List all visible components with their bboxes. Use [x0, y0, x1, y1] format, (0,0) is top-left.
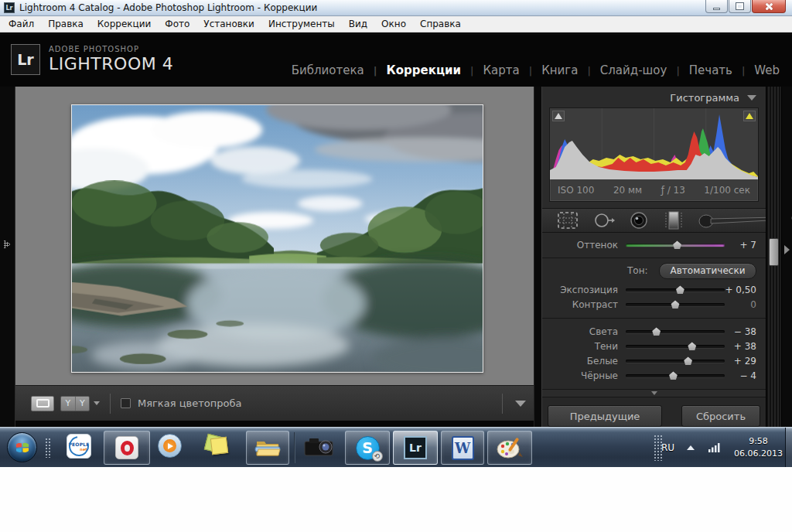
contrast-slider-thumb[interactable] [671, 300, 680, 309]
collapse-panel-icon[interactable] [747, 95, 756, 101]
menubar: Файл Правка Коррекции Фото Установки Инс… [0, 16, 792, 32]
taskbar-lightroom-button[interactable]: Lr [393, 431, 438, 465]
taskbar-paint-button[interactable] [487, 431, 532, 465]
highlights-clipping-button[interactable] [743, 111, 756, 121]
photo-canvas [15, 87, 534, 385]
language-indicator[interactable]: RU [661, 442, 674, 453]
menu-settings[interactable]: Установки [196, 19, 261, 29]
module-web[interactable]: Web [732, 63, 780, 77]
red-eye-tool-icon[interactable] [627, 210, 650, 231]
close-button[interactable] [752, 0, 786, 13]
auto-tone-button[interactable]: Автоматически [659, 263, 756, 279]
module-slideshow[interactable]: Слайд-шоу [578, 63, 667, 77]
before-after-dropdown-icon[interactable] [94, 401, 100, 405]
highlights-label: Света [542, 326, 618, 337]
restore-button[interactable] [729, 0, 751, 13]
taskbar-media-player-icon[interactable] [158, 434, 182, 458]
taskbar-sticky-notes-icon[interactable] [204, 434, 229, 457]
reset-button[interactable]: Сбросить [681, 405, 760, 427]
taskbar-opera-button[interactable] [104, 431, 150, 465]
highlights-slider[interactable] [626, 326, 725, 336]
shadows-slider-thumb[interactable] [688, 342, 697, 350]
tint-slider[interactable] [626, 240, 725, 250]
module-print[interactable]: Печать [667, 63, 732, 77]
right-panel-strip[interactable] [781, 87, 791, 427]
tint-value: + 7 [725, 240, 756, 251]
module-library[interactable]: Библиотека [292, 63, 364, 77]
show-hidden-icons-icon[interactable] [687, 445, 695, 450]
menu-photo[interactable]: Фото [158, 19, 196, 29]
module-map[interactable]: Карта [461, 63, 520, 77]
hide-right-panel-icon[interactable] [784, 245, 790, 254]
panel-divider [534, 87, 541, 427]
scrollbar-thumb[interactable] [769, 238, 779, 266]
expand-panel-icon[interactable] [651, 391, 657, 395]
menu-view[interactable]: Вид [342, 19, 374, 29]
window-titlebar[interactable]: Lr Lightroom 4 Catalog - Adobe Photoshop… [0, 0, 792, 16]
menu-develop[interactable]: Коррекции [90, 19, 159, 29]
whites-label: Белые [542, 356, 618, 367]
taskbar-skype-button[interactable]: S ⟲ [345, 431, 390, 465]
before-after-right[interactable]: Y [75, 397, 90, 411]
soft-proof-checkbox[interactable] [121, 398, 131, 408]
blacks-slider-thumb[interactable] [668, 371, 678, 380]
histogram-header[interactable]: Гистограмма [542, 90, 766, 107]
exposure-label: Экспозиция [542, 285, 618, 295]
menu-edit[interactable]: Правка [41, 19, 90, 29]
shadows-label: Тени [542, 341, 618, 352]
loupe-view-button[interactable] [31, 396, 54, 411]
crop-overlay-tool-icon[interactable] [555, 210, 581, 231]
blacks-label: Чёрные [542, 370, 618, 381]
whites-slider-thumb[interactable] [684, 356, 693, 365]
exposure-slider[interactable] [626, 285, 725, 295]
menu-file[interactable]: Файл [2, 19, 41, 29]
app-icon: Lr [4, 2, 15, 13]
taskbar-camera-icon[interactable] [303, 435, 336, 459]
start-button[interactable] [7, 432, 37, 462]
skype-badge-icon: ⟲ [372, 451, 383, 462]
previous-button[interactable]: Предыдущие [548, 405, 662, 427]
histogram-panel: Гистограмма [542, 87, 766, 209]
taskbar-word-button[interactable]: W [441, 431, 484, 465]
exposure-slider-thumb[interactable] [675, 285, 684, 294]
whites-slider[interactable] [626, 356, 725, 366]
show-desktop-button[interactable] [785, 428, 792, 467]
panel-scrollbar[interactable] [766, 87, 781, 427]
reveal-left-panel-icon[interactable] [4, 240, 11, 249]
highlights-slider-thumb[interactable] [652, 327, 661, 336]
shadows-clipping-button[interactable] [552, 111, 565, 121]
right-panel: Гистограмма [541, 87, 766, 427]
next-panel-header[interactable] [542, 390, 766, 397]
menu-tools[interactable]: Инструменты [261, 19, 342, 29]
before-after-left[interactable]: Y [61, 397, 75, 411]
spot-removal-tool-icon[interactable] [592, 210, 616, 231]
clock[interactable]: 9:58 06.06.2013 [734, 435, 783, 460]
contrast-value: 0 [725, 299, 756, 310]
shadows-slider[interactable] [626, 341, 725, 351]
menu-help[interactable]: Справка [413, 19, 468, 29]
whites-value: + 29 [725, 356, 756, 367]
tray-time: 9:58 [734, 435, 783, 448]
toolbar-options-dropdown-icon[interactable] [515, 401, 526, 407]
minimize-icon [713, 8, 720, 10]
menu-window[interactable]: Окно [374, 19, 413, 29]
exposure-slider-row: Экспозиция + 0,50 [542, 282, 766, 297]
taskbar-explorer-button[interactable] [246, 431, 289, 465]
photo[interactable] [71, 104, 483, 373]
tint-slider-thumb[interactable] [673, 240, 682, 249]
blacks-slider[interactable] [626, 370, 725, 380]
network-signal-icon[interactable] [708, 442, 722, 452]
taskbar-peoplenet-icon[interactable]: PEOPLE net [67, 434, 91, 459]
histogram-graph[interactable] [550, 108, 758, 179]
highlights-slider-row: Света − 38 [542, 324, 766, 339]
module-develop[interactable]: Коррекции [364, 63, 461, 77]
left-panel-strip[interactable] [0, 87, 15, 427]
module-picker: Библиотека Коррекции Карта Книга Слайд-ш… [292, 63, 780, 77]
graduated-filter-tool-icon[interactable] [661, 209, 686, 232]
window-border [15, 421, 534, 427]
before-after-button[interactable]: Y Y [60, 396, 90, 411]
minimize-button[interactable] [705, 0, 728, 13]
module-book[interactable]: Книга [520, 63, 579, 77]
tool-strip [542, 209, 766, 233]
contrast-slider[interactable] [626, 299, 725, 309]
